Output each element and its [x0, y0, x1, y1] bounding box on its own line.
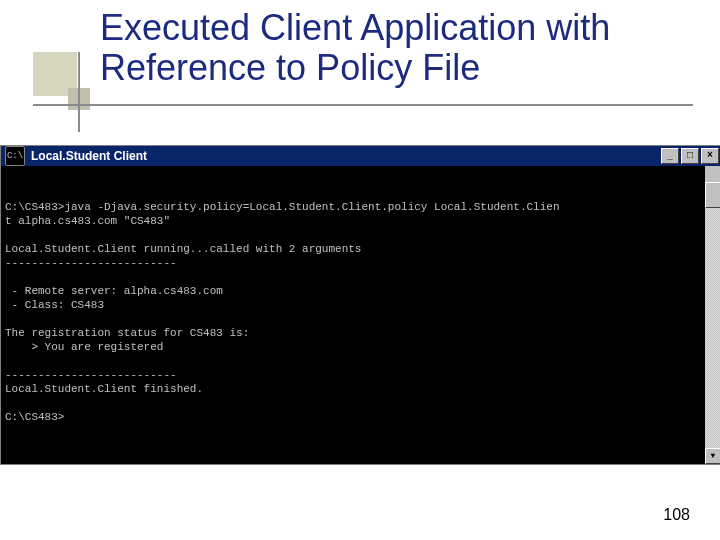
maximize-button[interactable]: □ — [681, 148, 699, 164]
window-title: Local.Student Client — [29, 149, 147, 163]
vertical-scrollbar[interactable]: ▲ ▼ — [705, 166, 720, 464]
scroll-thumb[interactable] — [705, 182, 720, 208]
slide-title: Executed Client Application with Referen… — [100, 8, 660, 89]
titlebar[interactable]: C:\ Local.Student Client _ □ × — [1, 146, 720, 166]
deco-line-horizontal — [33, 104, 693, 106]
console-window: C:\ Local.Student Client _ □ × C:\CS483>… — [0, 145, 720, 465]
console-text: C:\CS483>java -Djava.security.policy=Loc… — [5, 200, 717, 424]
page-number: 108 — [663, 506, 690, 524]
deco-line-vertical — [78, 52, 80, 132]
console-output[interactable]: C:\CS483>java -Djava.security.policy=Loc… — [1, 166, 720, 464]
scroll-down-button[interactable]: ▼ — [705, 448, 720, 464]
scroll-track[interactable] — [705, 182, 720, 448]
cmd-icon: C:\ — [7, 151, 23, 161]
close-button[interactable]: × — [701, 148, 719, 164]
minimize-button[interactable]: _ — [661, 148, 679, 164]
system-menu-icon[interactable]: C:\ — [5, 146, 25, 166]
slide: Executed Client Application with Referen… — [0, 0, 720, 540]
